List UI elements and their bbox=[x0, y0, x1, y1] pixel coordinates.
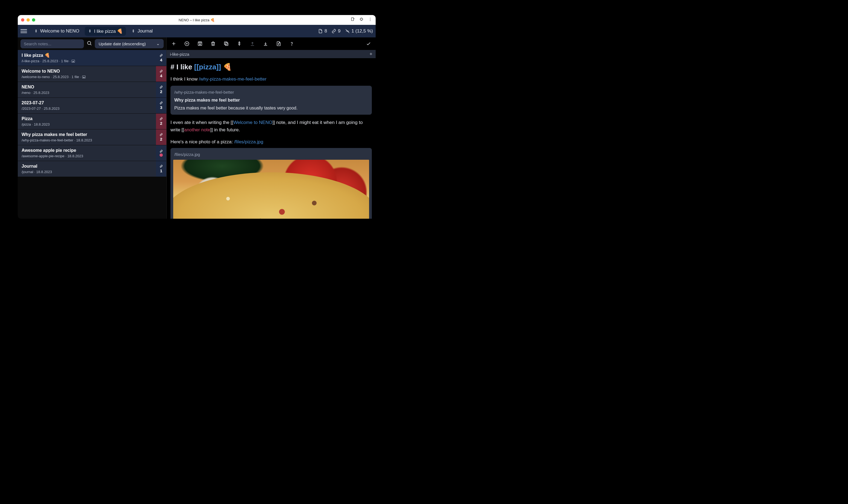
titlebar: NENO – I like pizza 🍕 bbox=[18, 15, 376, 25]
stat-links: 9 bbox=[331, 29, 340, 34]
sort-dropdown[interactable]: Update date (descending) ⌄ bbox=[95, 39, 164, 48]
link-count-badge: 4 bbox=[156, 66, 166, 82]
note-list-item[interactable]: Pizza/pizza · 18.8.20232 bbox=[18, 113, 166, 129]
slug-bar: i-like-pizza + bbox=[167, 50, 376, 58]
note-list-item[interactable]: Welcome to NENO/welcome-to-neno · 25.8.2… bbox=[18, 66, 166, 82]
link-pizza-file[interactable]: /files/pizza.jpg bbox=[234, 139, 263, 144]
note-list-item[interactable]: Why pizza makes me feel better/why-pizza… bbox=[18, 129, 166, 145]
help-button[interactable] bbox=[289, 41, 295, 47]
note-meta: /welcome-to-neno · 25.8.2023 · 1 file · bbox=[22, 75, 152, 79]
svg-rect-0 bbox=[351, 18, 354, 21]
link-count-badge: 2 bbox=[156, 82, 166, 97]
add-circle-button[interactable] bbox=[184, 41, 190, 47]
link-welcome[interactable]: Welcome to NENO bbox=[233, 120, 272, 125]
svg-point-3 bbox=[370, 20, 370, 21]
close-window-button[interactable] bbox=[21, 18, 24, 22]
note-list-item[interactable]: I like pizza 🍕/i-like-pizza · 25.8.2023 … bbox=[18, 50, 166, 66]
unlink-icon bbox=[345, 29, 350, 34]
card-path: /why-pizza-makes-me-feel-better bbox=[174, 89, 368, 95]
link-another-note[interactable]: another note bbox=[184, 127, 210, 132]
editor-line: Here's a nice photo of a pizza: /files/p… bbox=[171, 139, 372, 145]
card-title: Why pizza makes me feel better bbox=[174, 97, 368, 104]
note-meta: /journal · 18.8.2023 bbox=[22, 170, 152, 174]
minimize-window-button[interactable] bbox=[26, 18, 30, 22]
link-count-badge: 3 bbox=[156, 98, 166, 113]
maximize-window-button[interactable] bbox=[32, 18, 35, 22]
stat-notes: 8 bbox=[318, 29, 327, 34]
note-meta: /pizza · 18.8.2023 bbox=[22, 122, 152, 126]
svg-point-8 bbox=[87, 41, 91, 44]
image-icon bbox=[72, 60, 75, 62]
note-title: Welcome to NENO bbox=[22, 69, 152, 74]
note-list-item[interactable]: Awesome apple pie recipe/awesome-apple-p… bbox=[18, 145, 166, 161]
window-controls bbox=[21, 18, 35, 22]
editor-toolbar bbox=[167, 37, 376, 50]
svg-rect-18 bbox=[225, 43, 228, 46]
new-note-button[interactable] bbox=[171, 41, 176, 47]
note-list-item[interactable]: 2023-07-27/2023-07-27 · 25.8.20233 bbox=[18, 98, 166, 113]
page-action-icon[interactable] bbox=[351, 17, 355, 23]
menu-dots-icon[interactable] bbox=[368, 17, 372, 23]
link-count-badge: 2 bbox=[156, 129, 166, 145]
delete-button[interactable] bbox=[210, 41, 216, 47]
svg-line-9 bbox=[90, 44, 91, 45]
pin-button[interactable] bbox=[236, 41, 242, 47]
save-button[interactable] bbox=[197, 41, 203, 47]
upload-button[interactable] bbox=[250, 41, 255, 47]
topbar-stats: 8 9 1 (12,5 %) bbox=[318, 29, 373, 34]
note-title: 2023-07-27 bbox=[22, 101, 152, 105]
note-meta: /awesome-apple-pie-recipe · 18.8.2023 bbox=[22, 154, 152, 158]
app-window: NENO – I like pizza 🍕 Welcome to NENOI l… bbox=[18, 15, 376, 219]
unsaved-dot-icon bbox=[160, 154, 163, 157]
image-icon bbox=[82, 76, 86, 78]
app-topbar: Welcome to NENOI like pizza 🍕Journal 8 9… bbox=[18, 25, 376, 37]
svg-rect-19 bbox=[224, 42, 227, 44]
pinned-note-0[interactable]: Welcome to NENO bbox=[31, 27, 83, 36]
svg-point-1 bbox=[370, 18, 370, 18]
hamburger-menu-button[interactable] bbox=[20, 29, 27, 33]
note-title: NENO bbox=[22, 85, 152, 90]
note-meta: /why-pizza-makes-me-feel-better · 18.8.2… bbox=[22, 138, 152, 142]
note-title: Awesome apple pie recipe bbox=[22, 148, 152, 153]
link-count-badge: 2 bbox=[156, 113, 166, 129]
editor[interactable]: # I like [[pizza]] 🍕 I think I know /why… bbox=[167, 58, 376, 219]
import-file-button[interactable] bbox=[276, 41, 281, 47]
note-title: Why pizza makes me feel better bbox=[22, 132, 152, 137]
note-slug: i-like-pizza bbox=[170, 52, 189, 56]
note-list-item[interactable]: Journal/journal · 18.8.20231 bbox=[18, 161, 166, 177]
note-meta: /i-like-pizza · 25.8.2023 · 1 file · bbox=[22, 59, 152, 63]
svg-point-21 bbox=[292, 45, 292, 45]
note-list-item[interactable]: NENO/neno · 25.8.20232 bbox=[18, 82, 166, 98]
image-path: /files/pizza.jpg bbox=[174, 151, 368, 158]
svg-point-17 bbox=[199, 44, 200, 45]
content-pane: i-like-pizza + # I like [[pizza]] 🍕 I th… bbox=[167, 37, 376, 219]
search-row: Update date (descending) ⌄ bbox=[18, 37, 166, 50]
extensions-icon[interactable] bbox=[359, 17, 364, 23]
search-icon[interactable] bbox=[87, 40, 92, 47]
search-input[interactable] bbox=[20, 39, 84, 48]
link-icon bbox=[331, 29, 336, 34]
link-count-badge bbox=[156, 145, 166, 161]
done-button[interactable] bbox=[366, 41, 371, 47]
pizza-image[interactable] bbox=[173, 160, 369, 219]
add-slug-button[interactable]: + bbox=[369, 51, 372, 57]
link-why-pizza[interactable]: /why-pizza-makes-me-feel-better bbox=[199, 76, 267, 82]
editor-line: I even ate it when writing the [[Welcome… bbox=[171, 119, 372, 133]
browser-controls bbox=[351, 17, 372, 23]
pinned-note-1[interactable]: I like pizza 🍕 bbox=[85, 27, 126, 36]
chevron-down-icon: ⌄ bbox=[156, 41, 160, 46]
note-meta: /neno · 25.8.2023 bbox=[22, 91, 152, 95]
sidebar: Update date (descending) ⌄ I like pizza … bbox=[18, 37, 167, 219]
stat-unlinked: 1 (12,5 %) bbox=[345, 29, 373, 34]
duplicate-button[interactable] bbox=[224, 41, 229, 47]
backlink-card[interactable]: /why-pizza-makes-me-feel-better Why pizz… bbox=[171, 86, 372, 115]
pinned-notes: Welcome to NENOI like pizza 🍕Journal bbox=[31, 27, 156, 36]
note-heading: # I like [[pizza]] 🍕 bbox=[171, 61, 372, 72]
pinned-note-2[interactable]: Journal bbox=[128, 27, 156, 36]
note-title: Pizza bbox=[22, 116, 152, 121]
image-card: /files/pizza.jpg bbox=[171, 148, 372, 219]
editor-line: I think I know /why-pizza-makes-me-feel-… bbox=[171, 76, 372, 83]
note-list: I like pizza 🍕/i-like-pizza · 25.8.2023 … bbox=[18, 50, 166, 219]
main-area: Update date (descending) ⌄ I like pizza … bbox=[18, 37, 376, 219]
download-button[interactable] bbox=[263, 41, 268, 47]
